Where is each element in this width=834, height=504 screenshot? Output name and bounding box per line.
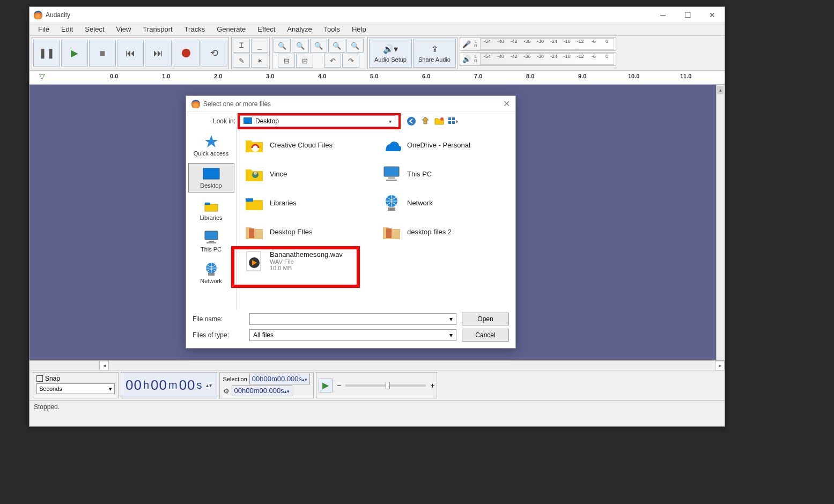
selection-tool[interactable]: Ꮖ: [233, 39, 250, 53]
menu-effect[interactable]: Effect: [252, 24, 281, 34]
undo-button[interactable]: ↶: [324, 54, 341, 68]
dialog-app-icon: [191, 100, 200, 108]
svg-rect-6: [452, 121, 455, 124]
redo-button[interactable]: ↷: [342, 54, 359, 68]
skip-end-button[interactable]: ⏭: [145, 40, 172, 66]
silence-icon: ⊟: [302, 57, 308, 65]
view-menu-button[interactable]: [448, 116, 459, 127]
pause-button[interactable]: ❚❚: [33, 40, 60, 66]
user-folder-icon: [244, 164, 264, 184]
list-item[interactable]: Vince: [242, 160, 373, 187]
menu-edit[interactable]: Edit: [56, 24, 78, 34]
loop-button[interactable]: ⟲: [201, 40, 227, 66]
ibeam-icon: Ꮖ: [239, 41, 244, 50]
selection-start[interactable]: 00h00m00.000s▴▾: [249, 374, 310, 384]
sidebar-network[interactable]: Network: [188, 259, 234, 287]
svg-rect-9: [205, 231, 218, 240]
svg-rect-19: [386, 180, 397, 181]
list-item-wav-file[interactable]: Bananathemesong.wav WAV File 10.0 MB: [242, 247, 373, 275]
list-item[interactable]: Desktop FIles: [242, 218, 373, 245]
menu-tracks[interactable]: Tracks: [179, 24, 211, 34]
dialog-title: Select one or more files: [203, 100, 271, 108]
look-in-select[interactable]: Desktop ▾: [240, 115, 395, 127]
envelope-tool[interactable]: ⎯: [251, 39, 268, 53]
record-meter[interactable]: 🎤 LR -54-48 -42-36 -30-24 -18-12 -60: [460, 37, 616, 51]
menu-select[interactable]: Select: [79, 24, 109, 34]
hscroll-right-button[interactable]: ▸: [715, 361, 725, 370]
play-at-speed-button[interactable]: ▶: [319, 379, 333, 392]
fit-selection-button[interactable]: 🔍: [310, 39, 327, 53]
time-ruler[interactable]: ▽ 0.0 1.0 2.0 3.0 4.0 5.0 6.0 7.0 8.0 9.…: [29, 71, 725, 85]
selection-end[interactable]: 00h00m00.000s▴▾: [232, 386, 292, 396]
fit-project-button[interactable]: 🔍: [328, 39, 345, 53]
gear-icon[interactable]: ⚙: [223, 387, 230, 395]
list-item[interactable]: Creative Cloud Files: [242, 131, 373, 158]
multitool-icon: ✶: [257, 57, 263, 65]
list-item[interactable]: desktop files 2: [379, 218, 510, 245]
speed-slider[interactable]: [345, 384, 426, 387]
zoom-in-button[interactable]: 🔍: [274, 39, 291, 53]
file-name-input[interactable]: ▾: [249, 313, 456, 325]
snap-unit-select[interactable]: Seconds ▾: [36, 383, 115, 394]
menu-file[interactable]: File: [33, 24, 55, 34]
vertical-scrollbar[interactable]: ▴: [716, 85, 725, 360]
dialog-close-button[interactable]: ✕: [503, 99, 510, 109]
share-audio-button[interactable]: ⇪ Share Audio: [413, 39, 456, 68]
svg-point-16: [254, 172, 257, 175]
skip-start-button[interactable]: ⏮: [117, 40, 144, 66]
menu-generate[interactable]: Generate: [211, 24, 251, 34]
silence-button[interactable]: ⊟: [296, 54, 313, 68]
speed-slider-thumb[interactable]: [386, 382, 390, 389]
back-button[interactable]: [406, 116, 417, 127]
up-button[interactable]: [420, 116, 431, 127]
time-spinner-icon[interactable]: ▴▾: [206, 382, 212, 388]
svg-rect-3: [448, 117, 451, 120]
file-name-label: File name:: [193, 315, 244, 323]
list-item[interactable]: OneDrive - Personal: [379, 131, 510, 158]
open-button[interactable]: Open: [462, 313, 509, 325]
play-button[interactable]: ▶: [61, 40, 88, 66]
time-display[interactable]: 00h 00m 00s ▴▾: [121, 372, 217, 398]
sidebar-libraries[interactable]: Libraries: [188, 196, 234, 224]
stop-button[interactable]: ■: [89, 40, 116, 66]
cancel-button[interactable]: Cancel: [462, 329, 509, 342]
record-button[interactable]: [173, 40, 200, 66]
maximize-button[interactable]: ☐: [675, 7, 700, 23]
svg-rect-18: [388, 177, 395, 179]
playhead-marker[interactable]: ▽: [39, 72, 45, 80]
audacity-app-icon: [34, 11, 42, 19]
playback-meter[interactable]: 🔊 LR -54-48 -42-36 -30-24 -18-12 -60: [460, 52, 616, 66]
multi-tool[interactable]: ✶: [251, 54, 268, 68]
audio-setup-button[interactable]: 🔊▾ Audio Setup: [369, 39, 412, 68]
status-bar: Stopped.: [29, 400, 725, 413]
menu-tools[interactable]: Tools: [319, 24, 345, 34]
zoom-out-button[interactable]: 🔍: [292, 39, 309, 53]
snap-checkbox[interactable]: [36, 375, 43, 382]
list-item[interactable]: This PC: [379, 160, 510, 187]
menu-view[interactable]: View: [111, 24, 137, 34]
look-in-value: Desktop: [255, 117, 279, 125]
network-list-icon: [381, 192, 402, 213]
zoom-toggle-button[interactable]: 🔍: [346, 39, 364, 53]
file-list: Creative Cloud Files OneDrive - Personal…: [237, 127, 515, 309]
minimize-button[interactable]: ─: [651, 7, 675, 23]
menu-help[interactable]: Help: [346, 24, 372, 34]
files-of-type-select[interactable]: All files ▾: [249, 329, 456, 341]
close-button[interactable]: ✕: [700, 7, 725, 23]
list-item[interactable]: Network: [379, 189, 510, 216]
window-title: Audacity: [46, 11, 70, 19]
horizontal-scrollbar[interactable]: [109, 361, 715, 370]
sidebar-desktop[interactable]: Desktop: [188, 163, 234, 192]
sidebar-quick-access[interactable]: Quick access: [188, 131, 234, 160]
onedrive-icon: [381, 135, 402, 155]
scroll-up-button[interactable]: ▴: [717, 86, 724, 94]
hscroll-left-button[interactable]: ◂: [99, 361, 109, 370]
draw-tool[interactable]: ✎: [233, 54, 250, 68]
list-item[interactable]: Libraries: [242, 189, 373, 216]
menu-transport[interactable]: Transport: [137, 24, 178, 34]
toolbars: ❚❚ ▶ ■ ⏮ ⏭ ⟲ Ꮖ ⎯ ✎ ✶ 🔍 🔍 🔍 🔍: [29, 36, 725, 71]
trim-button[interactable]: ⊟: [278, 54, 295, 68]
menu-analyze[interactable]: Analyze: [282, 24, 317, 34]
new-folder-button[interactable]: [434, 116, 445, 127]
sidebar-this-pc[interactable]: This PC: [188, 227, 234, 256]
